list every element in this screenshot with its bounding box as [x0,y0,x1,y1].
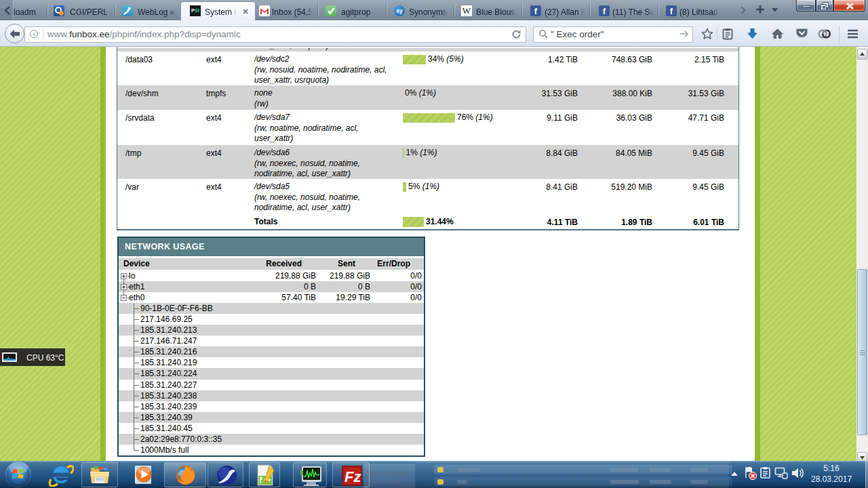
svg-text:Fz: Fz [344,468,361,485]
